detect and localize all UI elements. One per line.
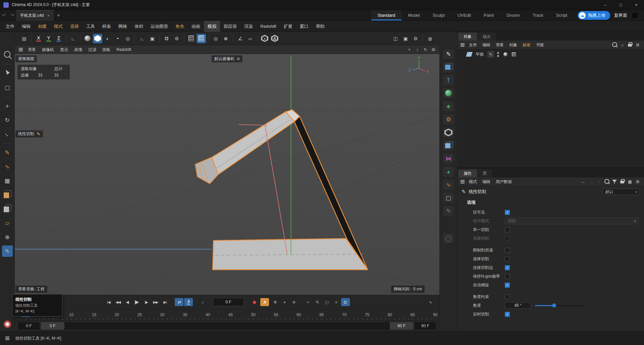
menu-item-edit[interactable]: 编辑 [480, 41, 493, 49]
back-icon[interactable]: ← [580, 178, 587, 185]
current-frame-field[interactable]: 0 F [213, 298, 244, 306]
record-rotation-toggle[interactable]: ↻ [313, 298, 322, 306]
asset-hexagon-icon[interactable]: ▪ [260, 34, 269, 43]
axis-center-icon[interactable] [4, 321, 11, 328]
workplane-icon[interactable]: ∟ [138, 34, 147, 43]
menu-item-window[interactable]: 窗口 [296, 21, 312, 32]
capsule-hexagon-icon[interactable]: A [270, 34, 279, 43]
search-icon[interactable] [611, 41, 618, 49]
menu-item-mograph[interactable]: 运动图形 [147, 21, 172, 32]
restrict-to-selection-checkbox[interactable] [505, 248, 510, 253]
snap-toggle-icon[interactable]: Ω [162, 34, 171, 43]
menu-item-redshift[interactable]: Redshift [257, 21, 280, 32]
menu-item-mode[interactable]: 模式 [466, 177, 480, 186]
record-scale-toggle[interactable]: ▢ [322, 298, 331, 306]
camera-label[interactable]: 默认摄像机 ⊞ [212, 55, 243, 62]
menu-item-spline[interactable]: 样条 [99, 21, 115, 32]
grid-snap-icon[interactable] [197, 34, 206, 43]
new-panel-icon[interactable]: ⊞ [634, 178, 641, 185]
connect-cut-edges-checkbox[interactable]: ✓ [505, 265, 510, 270]
primitive-cube-icon[interactable] [443, 62, 454, 72]
menu-item-help[interactable]: 帮助 [312, 21, 328, 32]
snap-settings-icon[interactable]: ⚙ [172, 34, 181, 43]
tab-takes[interactable]: 场次 [477, 33, 496, 41]
statusbar-menu-icon[interactable] [3, 334, 11, 342]
generator-icon[interactable] [443, 140, 454, 151]
visibility-toggles[interactable] [497, 52, 499, 57]
play-button[interactable]: ▶ [132, 298, 141, 306]
render-settings-icon[interactable]: ⚙ [411, 34, 420, 43]
keyframe-snap-toggle[interactable]: Ω [341, 298, 350, 306]
object-row-plane[interactable]: 平面 ✎ [458, 50, 644, 58]
menu-item-select[interactable]: 选择 [66, 21, 83, 32]
menu-item-view[interactable]: 查看 [25, 45, 39, 54]
move-tool-icon[interactable]: + [2, 100, 13, 112]
attribute-menu-icon[interactable] [459, 178, 466, 185]
menu-item-mesh[interactable]: 网格 [115, 21, 131, 32]
layout-tab-paint[interactable]: Paint [477, 10, 500, 20]
close-tab-icon[interactable]: × [47, 13, 50, 18]
simulation-icon[interactable]: ⚙ [443, 114, 454, 125]
y-axis-lock[interactable]: Y [44, 34, 53, 43]
render-visibility-dot[interactable] [497, 55, 499, 57]
render-picture-viewer-icon[interactable]: ▣ [401, 34, 410, 43]
preview-end-handle[interactable]: 90 F [390, 322, 413, 330]
menu-item-character[interactable]: 角色 [172, 21, 188, 32]
make-editable-icon[interactable] [83, 34, 92, 43]
phong-tag-icon[interactable] [502, 51, 509, 58]
angle-constrain-checkbox[interactable] [505, 294, 510, 299]
infinite-cut-checkbox[interactable] [505, 236, 510, 241]
view-label[interactable]: 透视视图 [15, 55, 37, 62]
realtime-cut-checkbox[interactable]: ✓ [505, 312, 510, 317]
menu-item-bookmarks[interactable]: 书签 [533, 41, 547, 49]
angle-slider[interactable] [535, 302, 585, 309]
deformer-icon[interactable]: ⋈ [443, 153, 454, 164]
mograph-icon[interactable]: ♣ [443, 101, 454, 112]
editor-visibility-dot[interactable] [497, 52, 499, 54]
menu-item-edit[interactable]: 编辑 [480, 177, 493, 186]
render-view-icon[interactable]: ◫ [391, 34, 400, 43]
menu-item-animate[interactable]: 动画 [188, 21, 204, 32]
record-parameter-toggle[interactable]: ≡ [332, 298, 340, 306]
search-icon[interactable] [603, 178, 610, 185]
section-options[interactable]: 选项 [458, 198, 644, 207]
select-cuts-checkbox[interactable] [505, 256, 510, 262]
menu-item-render[interactable]: 渲染 [240, 21, 257, 32]
preset-dropdown[interactable]: 默认 ▾ [602, 188, 640, 195]
x-axis-lock[interactable]: X [34, 34, 43, 43]
knife-icon[interactable]: ✎ [443, 206, 454, 216]
volume-icon[interactable] [443, 127, 454, 138]
preserve-ngon-curvature-checkbox[interactable] [505, 274, 510, 279]
menu-item-filter[interactable]: 过滤 [85, 45, 99, 54]
forward-icon[interactable]: → [588, 178, 595, 185]
menu-item-tags[interactable]: 标签 [520, 41, 533, 49]
menu-item-volume[interactable]: 体积 [131, 21, 147, 32]
menu-item-tools[interactable]: 工具 [83, 21, 99, 32]
range-start-field[interactable]: 0 F [18, 322, 40, 330]
maximize-view-icon[interactable]: ⊞ [429, 46, 437, 53]
visible-only-checkbox[interactable]: ✓ [505, 210, 510, 215]
filter-icon[interactable] [611, 178, 618, 185]
tab-objects[interactable]: 对象 [458, 33, 477, 41]
object-list[interactable]: 平面 ✎ [458, 49, 644, 167]
live-selection-icon[interactable] [2, 68, 13, 79]
preview-range-bar[interactable]: 0 F 90 F [41, 322, 413, 330]
record-keyframe-button[interactable]: ◆ [250, 298, 259, 306]
menu-item-redshift[interactable]: Redshift [113, 45, 134, 54]
menu-item-mode[interactable]: 模式 [50, 21, 66, 32]
menu-item-view[interactable]: 查看 [493, 41, 506, 49]
modeling-settings-icon[interactable]: ▦ [2, 175, 13, 186]
bevel-icon[interactable]: ▱ [2, 217, 13, 229]
redo-icon[interactable]: ↷ [8, 13, 16, 18]
coordinate-system-icon[interactable]: ∟ [68, 34, 78, 43]
new-panel-icon[interactable]: ⊞ [634, 41, 641, 49]
prev-key-button[interactable]: ◀◀ [114, 298, 122, 306]
text-spline-icon[interactable]: T [443, 75, 454, 85]
menu-item-create[interactable]: 创建 [34, 21, 50, 32]
guide-icon[interactable]: ◎ [211, 34, 220, 43]
polygon-pen-icon[interactable]: ✎ [2, 147, 13, 158]
add-tab-button[interactable]: + [54, 12, 63, 18]
single-cut-checkbox[interactable] [505, 227, 510, 232]
lock-icon[interactable] [619, 178, 626, 185]
fcurve-icon[interactable]: ∿ [426, 298, 435, 306]
